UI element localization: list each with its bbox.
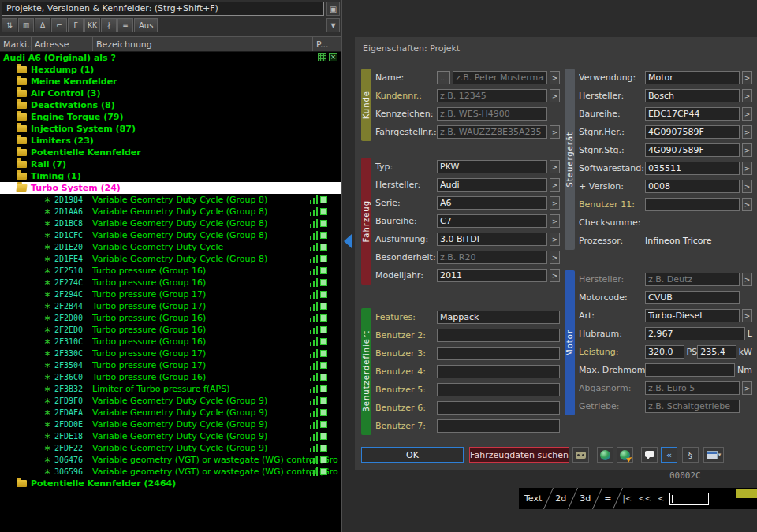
benutzer-11-expand-button[interactable]: >: [742, 198, 752, 211]
column-header-marki[interactable]: Marki...: [0, 37, 32, 51]
name-field[interactable]: [453, 71, 547, 84]
hersteller-expand-button[interactable]: >: [550, 178, 560, 192]
online-upload-button[interactable]: [617, 447, 633, 463]
baureihe-expand-button[interactable]: >: [742, 107, 752, 121]
baureihe-field[interactable]: [645, 107, 740, 121]
abgasnorm-field[interactable]: [645, 381, 740, 395]
online-database-button[interactable]: [597, 447, 613, 463]
abgasnorm-expand-button[interactable]: >: [742, 381, 752, 395]
modelljahr-field[interactable]: [437, 269, 547, 282]
tree-map-row[interactable]: ∗2F36C0Turbo pressure (Group 16): [0, 371, 341, 383]
kundennr-expand-button[interactable]: >: [550, 89, 560, 102]
status-tab-[interactable]: =: [599, 493, 617, 504]
hersteller-expand-button[interactable]: >: [742, 273, 752, 286]
nav-first-button[interactable]: |<: [619, 494, 635, 503]
modelljahr-expand-button[interactable]: >: [550, 269, 560, 282]
hersteller-expand-button[interactable]: >: [742, 89, 752, 102]
column-header-bezeichnung[interactable]: Bezeichnung: [93, 37, 313, 51]
column-header-p[interactable]: P...: [313, 37, 341, 51]
tree-map-row[interactable]: ∗2D1BC8Variable Geometry Duty Cycle (Gro…: [0, 218, 341, 229]
tree-map-row[interactable]: ∗306476Variable geometry (VGT) or wasteg…: [0, 454, 341, 466]
window-layout-button[interactable]: ▾: [703, 447, 724, 463]
tree-map-row[interactable]: ∗2D1FE4Variable Geometry Duty Cycle (Gro…: [0, 253, 341, 265]
leistung-field-1[interactable]: [645, 345, 684, 359]
serie-field[interactable]: [437, 196, 547, 210]
tree-map-row[interactable]: ∗2F330CTurbo pressure (Group 17): [0, 348, 341, 359]
features-field[interactable]: [437, 311, 560, 324]
stgnr-stg-field[interactable]: [645, 143, 740, 157]
benutzer-2-field[interactable]: [437, 329, 560, 342]
hersteller-field[interactable]: [437, 178, 547, 192]
fahrgestellnr-field[interactable]: [437, 125, 547, 139]
status-tab-2d[interactable]: 2d: [550, 493, 572, 504]
leistung-field-2[interactable]: [697, 345, 736, 359]
tree-map-row[interactable]: ∗2F2B44Turbo pressure (Group 17): [0, 300, 341, 312]
verwendung-expand-button[interactable]: >: [742, 71, 752, 84]
version-expand-button[interactable]: >: [742, 180, 752, 193]
tree-map-row[interactable]: ∗2F2D00Turbo pressure (Group 16): [0, 312, 341, 324]
axis-mode-2-button[interactable]: Γ: [68, 18, 84, 32]
close-version-icon[interactable]: ×: [329, 53, 337, 61]
besonderheit-field[interactable]: [437, 251, 547, 264]
stgnr-stg-expand-button[interactable]: >: [742, 143, 752, 157]
typ-field[interactable]: [437, 160, 547, 173]
aus-toggle-button[interactable]: Aus: [134, 18, 158, 32]
serie-expand-button[interactable]: >: [550, 196, 560, 210]
tree-folder-turbo-system-24[interactable]: Turbo System (24): [0, 182, 341, 194]
panel-mode-dropdown[interactable]: Projekte, Versionen & Kennfelder: (Strg+…: [2, 2, 324, 16]
tree-map-row[interactable]: ∗2FDF22Variable Geometry Duty Cycle (Gro…: [0, 442, 341, 454]
maps-grid-icon[interactable]: [318, 53, 326, 61]
view-columns-button[interactable]: ▥: [18, 18, 34, 32]
browse-button[interactable]: ...: [437, 71, 450, 84]
version-field[interactable]: [645, 180, 740, 193]
tree-map-row[interactable]: ∗2FDAFAVariable Geometry Duty Cycle (Gro…: [0, 407, 341, 419]
max-drehmom-field[interactable]: [645, 363, 735, 377]
tree-folder-limiters-23[interactable]: Limiters (23): [0, 135, 341, 147]
art-field[interactable]: [645, 309, 740, 322]
sort-order-button[interactable]: ⇅: [2, 18, 17, 32]
collapse-dialog-button[interactable]: «: [661, 447, 677, 463]
tree-folder-potentielle-kennfelder[interactable]: Potentielle Kennfelder: [0, 147, 341, 158]
getriebe-field[interactable]: [645, 400, 740, 413]
tree-map-row[interactable]: ∗2FD9F0Variable Geometry Duty Cycle (Gro…: [0, 395, 341, 407]
filter-alpha-button[interactable]: Δ: [35, 18, 50, 32]
tree-map-row[interactable]: ∗2F2510Turbo pressure (Group 16): [0, 265, 341, 277]
tree-folder-potentielle-kennfelder-2464[interactable]: Potentielle Kennfelder (2464): [0, 478, 341, 489]
benutzer-6-field[interactable]: [437, 401, 560, 415]
comment-button[interactable]: [641, 447, 658, 463]
kennzeichen-field[interactable]: [437, 107, 547, 121]
nav-fast-prev-button[interactable]: <<: [635, 494, 654, 503]
stgnr-her-expand-button[interactable]: >: [742, 125, 752, 139]
fahrgestellnr-expand-button[interactable]: >: [550, 125, 560, 139]
name-expand-button[interactable]: >: [550, 71, 560, 84]
column-header-adresse[interactable]: Adresse: [32, 37, 93, 51]
ausfuehrung-expand-button[interactable]: >: [550, 233, 560, 246]
tree-folder-meine-kennfelder[interactable]: Meine Kennfelder: [0, 76, 341, 87]
tree-folder-air-control-3[interactable]: Air Control (3): [0, 87, 341, 99]
baureihe-field[interactable]: [437, 214, 547, 228]
tree-map-row[interactable]: ∗2F3504Turbo pressure (Group 17): [0, 359, 341, 371]
tree-folder-timing-1[interactable]: Timing (1): [0, 170, 341, 182]
tree-map-row[interactable]: ∗2D1E20Variable Geometry Duty Cycle: [0, 241, 341, 253]
text-cursor-box[interactable]: [669, 493, 709, 505]
nav-prev-button[interactable]: <: [654, 494, 667, 503]
status-tab-3d[interactable]: 3d: [574, 493, 596, 504]
hersteller-field[interactable]: [645, 89, 740, 102]
tree-map-row[interactable]: ∗2F3B32Limiter of Turbo pressure f(APS): [0, 383, 341, 395]
tree-map-row[interactable]: ∗2F294CTurbo pressure (Group 17): [0, 288, 341, 300]
hersteller-field[interactable]: [645, 273, 740, 286]
tree-folder-hexdump-1[interactable]: Hexdump (1): [0, 64, 341, 76]
stgnr-her-field[interactable]: [645, 125, 740, 139]
tree-folder-injection-system-87[interactable]: Injection System (87): [0, 123, 341, 135]
search-vehicle-data-button[interactable]: Fahrzeugdaten suchen: [469, 447, 569, 463]
benutzer-7-field[interactable]: [437, 419, 560, 433]
tree-map-row[interactable]: ∗2FDD0EVariable Geometry Duty Cycle (Gro…: [0, 419, 341, 430]
besonderheit-expand-button[interactable]: >: [550, 251, 560, 264]
benutzer-5-field[interactable]: [437, 383, 560, 396]
panel-options-button[interactable]: ▣: [326, 2, 340, 16]
tree-map-row[interactable]: ∗2FDE18Variable Geometry Duty Cycle (Gro…: [0, 430, 341, 442]
verwendung-field[interactable]: [645, 71, 740, 84]
status-tab-text[interactable]: Text: [519, 493, 547, 504]
attach-media-button[interactable]: [572, 447, 589, 463]
tree-map-row[interactable]: ∗2D1984Variable Geometry Duty Cycle (Gro…: [0, 194, 341, 206]
